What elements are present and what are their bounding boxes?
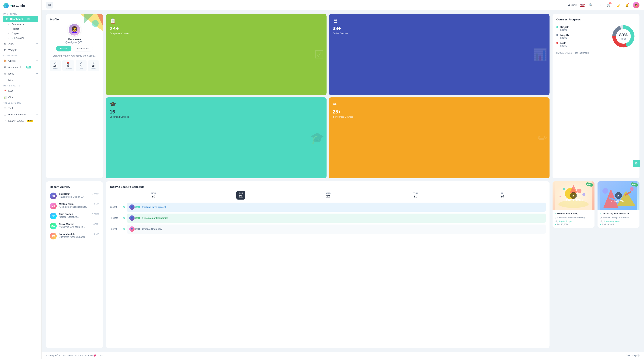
schedule-card-2[interactable]: 👤 10+ Principles of Economics: [126, 214, 546, 223]
featured-card-1[interactable]: CREATIVITY ▶ Best • Sustainable Li: [552, 181, 594, 228]
dashboard-subnav: Ecommerce Project Crypto ● Education: [0, 22, 42, 40]
profile-quote: "Crafting a Path of Knowledge, Innovatio…: [52, 54, 97, 58]
lecture-schedule-card: Today's Lecture Schedule MON 20 TUE 21 W…: [106, 181, 550, 348]
apps-icon: ⊞: [4, 42, 7, 45]
chart-expand[interactable]: +: [36, 96, 38, 99]
footer: Copyright © 2024 ra-admin. All rights re…: [42, 352, 644, 359]
activity-time-3: 4 hours: [92, 213, 99, 215]
donut-center: 89% Total: [619, 33, 628, 40]
sidebar-item-readytouse[interactable]: ✦ Ready To Use New +: [0, 118, 42, 124]
upcoming-label: Upcoming Courses: [110, 116, 323, 118]
svg-point-2: [92, 20, 99, 27]
stat-completed[interactable]: 📋 2K+ Completed Courses ☑: [106, 14, 326, 95]
activity-name-2: Matteo Klein: [59, 203, 92, 205]
sidebar-item-dashboard[interactable]: ⊞ Dashboard 4 −: [3, 16, 38, 22]
sidebar-item-education[interactable]: ● Education: [6, 36, 42, 40]
sidebar-item-misc[interactable]: ⋯ Misc +: [0, 77, 42, 83]
featured-card-2[interactable]: CREATIVE ▶ Best • Unlocking the Power of…: [598, 181, 640, 228]
dashboard-collapse[interactable]: −: [34, 17, 36, 21]
activity-time-4: 1 week: [92, 223, 99, 225]
icons-expand[interactable]: +: [36, 72, 38, 75]
featured-author-1: - By Krystal Ringer: [555, 220, 592, 222]
forms-label: Forms Elements: [8, 113, 26, 116]
day-thu[interactable]: THU 23: [411, 191, 420, 200]
activity-name-3: Sam Franco: [59, 213, 90, 215]
cart-button[interactable]: 🛒 4: [606, 2, 612, 8]
table-expand[interactable]: +: [36, 106, 38, 110]
activity-desc-3: "Joined 'Literature...: [59, 216, 90, 218]
featured-title-1: Sustainable Living: [557, 212, 578, 215]
day-fri[interactable]: FRI 24: [498, 191, 506, 200]
sidebar-item-table[interactable]: ☰ Table +: [0, 105, 42, 111]
stat-inprogress[interactable]: ✏ 25+ In Progress Courses ✏: [329, 97, 550, 179]
notifications-button[interactable]: 🔔: [624, 2, 630, 8]
widgets-expand[interactable]: +: [36, 48, 38, 52]
language-flag[interactable]: 🇺🇸: [580, 4, 585, 7]
search-button[interactable]: 🔍: [588, 2, 594, 8]
activity-desc-5: Submitted research paper: [59, 236, 92, 238]
sidebar-item-crypto[interactable]: Crypto: [6, 31, 42, 36]
forms-expand[interactable]: +: [36, 113, 38, 116]
svg-text:CREATIVITY: CREATIVITY: [566, 199, 584, 202]
featured-img-2: CREATIVE ▶ Best: [598, 181, 640, 210]
lecture-schedule-title: Today's Lecture Schedule: [110, 185, 546, 188]
stat-upcoming[interactable]: 🎓 16 Upcoming Courses 🎓: [106, 97, 326, 179]
schedule-dot-2: [123, 217, 125, 219]
play-button-1[interactable]: ▶: [570, 192, 577, 199]
bullet-dot-2: •: [600, 212, 601, 216]
sidebar-item-uikits[interactable]: 🎨 UI Kits +: [0, 58, 42, 64]
schedule-participants-3: 👤 25+: [129, 226, 140, 232]
legend-dot-3: [556, 42, 558, 44]
stat-online[interactable]: 🖥 38+ Online Courses 📊: [329, 14, 550, 95]
stat-done: ✓ 2K Done: [76, 60, 86, 71]
sidebar-item-apps[interactable]: ⊞ Apps +: [0, 40, 42, 47]
activity-desc-4: "Achieved 90% score in...: [59, 226, 90, 228]
stat-views: 👁 34K Views: [88, 60, 99, 71]
uikits-expand[interactable]: +: [36, 59, 38, 62]
education-label: Education: [14, 37, 24, 39]
sidebar-item-ecommerce[interactable]: Ecommerce: [6, 22, 42, 27]
online-val: 38+: [332, 26, 546, 32]
map-expand[interactable]: +: [36, 89, 38, 93]
user-avatar[interactable]: 👩: [633, 2, 640, 8]
play-button-2[interactable]: ▶: [615, 192, 622, 199]
section-table-forms: TABLE & FORMS: [0, 100, 42, 105]
sidebar-item-map[interactable]: 📍 Map +: [0, 88, 42, 94]
view-profile-button[interactable]: View Profile: [73, 46, 93, 52]
completed-bg-icon: ☑: [314, 48, 324, 61]
advanceui-expand[interactable]: +: [36, 66, 38, 69]
logo[interactable]: ◎ ●ra-admin: [0, 0, 42, 11]
done-icon: ✓: [78, 62, 84, 65]
sidebar-item-chart[interactable]: 📊 Chart +: [0, 94, 42, 100]
featured-author-link-2[interactable]: Cameron.p.West: [604, 220, 620, 222]
featured-author-link-1[interactable]: Krystal Ringer: [559, 220, 572, 222]
settings-fab[interactable]: ⚙: [633, 160, 640, 167]
follow-button[interactable]: Follow: [56, 46, 72, 52]
theme-toggle[interactable]: 🌙: [615, 2, 621, 8]
misc-expand[interactable]: +: [36, 78, 38, 82]
activity-item: EK Earl Klein Paused "Fillo Design Sy" 2…: [50, 191, 99, 201]
sidebar-item-advanceui[interactable]: ⊠ Advance UI 12+ +: [0, 64, 42, 70]
schedule-card-1[interactable]: 👤 10+ frontend development: [126, 203, 546, 212]
schedule-item-2: 11:00AM 👤 10+ Principles of Economics: [110, 214, 546, 223]
map-label: Map: [8, 90, 13, 92]
day-mon[interactable]: MON 20: [149, 191, 158, 200]
legend-item-3: $49k Income: [556, 42, 569, 47]
grid-button[interactable]: ⊞: [597, 2, 603, 8]
activity-avatar-4: SW: [50, 223, 57, 229]
participant-icon-2: 👤: [129, 215, 134, 221]
sidebar-item-forms[interactable]: ◫ Forms Elements +: [0, 111, 42, 118]
readytouse-expand[interactable]: +: [36, 119, 38, 123]
day-wed[interactable]: WED 22: [324, 191, 333, 200]
schedule-card-3[interactable]: 👤 25+ Organic Chemistry: [126, 224, 546, 234]
sidebar-item-widgets[interactable]: ⊡ Widgets +: [0, 47, 42, 53]
featured-body-1: • Sustainable Living (Dive into our Sust…: [552, 210, 594, 228]
participant-count-2: 10+: [135, 217, 140, 219]
sidebar-item-icons[interactable]: ☆ Icons +: [0, 70, 42, 77]
menu-toggle[interactable]: ⊞: [46, 2, 53, 9]
footer-help[interactable]: Need Help ⓘ: [626, 354, 640, 357]
apps-expand[interactable]: +: [36, 42, 38, 45]
sidebar-item-project[interactable]: Project: [6, 27, 42, 31]
day-tue[interactable]: TUE 21: [236, 191, 245, 200]
day-fri-num: 24: [500, 194, 504, 198]
